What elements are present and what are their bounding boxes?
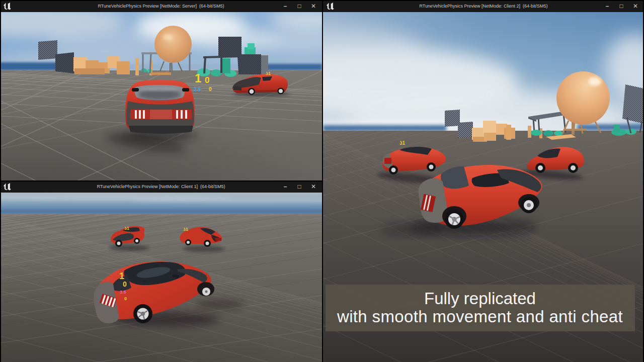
svg-text:1: 1 (119, 271, 124, 281)
svg-text:3.5: 3.5 (194, 86, 201, 92)
svg-text:ʖ1: ʖ1 (399, 140, 406, 146)
svg-text:1: 1 (195, 71, 201, 85)
svg-text:0: 0 (205, 75, 209, 85)
svg-text:0: 0 (124, 296, 127, 301)
svg-text:with smooth movement and anti: with smooth movement and anti cheat (337, 307, 623, 326)
svg-text:3.5: 3.5 (120, 290, 126, 295)
svg-text:Fully replicated: Fully replicated (424, 289, 536, 308)
svg-text:ʖ1: ʖ1 (183, 227, 188, 232)
svg-text:0: 0 (123, 280, 127, 288)
svg-text:ʖ1: ʖ1 (124, 226, 129, 231)
svg-text:0: 0 (209, 86, 212, 92)
svg-text:ʖ1: ʖ1 (266, 71, 271, 76)
